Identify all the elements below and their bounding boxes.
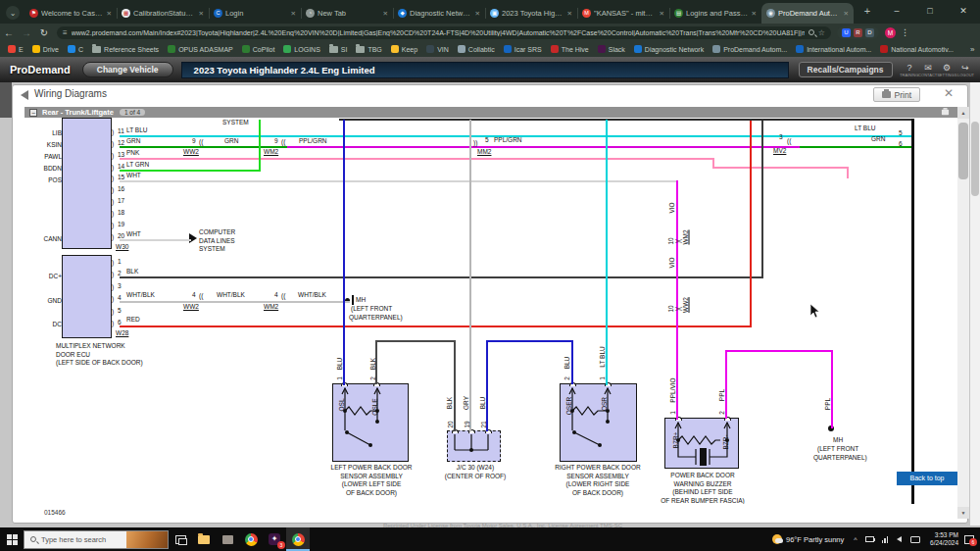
network-icon[interactable] <box>882 536 889 543</box>
tab-close-icon[interactable]: ✕ <box>199 10 204 18</box>
bookmark-item[interactable]: OPUS ADASMAP <box>168 45 233 53</box>
browser-tab[interactable]: ◔New Tab✕ <box>301 3 393 24</box>
new-tab-button[interactable]: + <box>859 4 875 20</box>
taskbar-search-input[interactable]: Type here to search <box>24 530 169 549</box>
site-info-icon[interactable]: ≡ <box>63 28 68 37</box>
change-vehicle-button[interactable]: Change Vehicle <box>82 62 173 77</box>
section-printer-icon[interactable] <box>942 110 949 116</box>
folder-icon <box>356 46 365 53</box>
bookmark-item[interactable]: Keep <box>391 45 417 53</box>
extension-icon[interactable]: D <box>865 28 874 37</box>
bookmark-item[interactable]: VIN <box>426 45 449 53</box>
bookmark-label: OPUS ADASMAP <box>178 46 233 53</box>
bookmark-item[interactable]: Icar SRS <box>504 45 542 53</box>
bookmark-item[interactable]: National Automotiv... <box>880 45 954 53</box>
bookmark-item[interactable]: Collabtic <box>458 45 495 53</box>
scroll-up-icon[interactable]: ▲ <box>957 107 969 119</box>
browser-tab[interactable]: ◉ProDemand Automot✕ <box>761 3 854 24</box>
notification-center-button[interactable]: 6 <box>964 535 974 544</box>
bookmark-item[interactable]: CoPilot <box>242 45 275 53</box>
address-bar[interactable]: ≡ www2.prodemand.com/Main/Index#2023|Toy… <box>57 26 831 39</box>
wire <box>847 167 849 178</box>
gear-icon: ⚙ <box>943 63 951 73</box>
battery-icon[interactable] <box>865 536 874 542</box>
tab-close-icon[interactable]: ✕ <box>660 10 664 18</box>
volume-icon[interactable] <box>897 536 902 542</box>
maximize-button[interactable]: □ <box>913 0 947 24</box>
bookmark-item[interactable]: The Hive <box>551 45 589 53</box>
tab-strip: ⚑Welcome to CashPro✕▦CalibrationStatus -… <box>24 0 854 24</box>
bookmark-item[interactable]: Slack <box>598 45 625 53</box>
diagram-section-bar[interactable]: − Rear - Trunk/Liftgate 1 of 4 <box>24 107 957 118</box>
app-button[interactable] <box>216 527 239 551</box>
extension-icon[interactable]: R <box>854 28 862 37</box>
settings-button[interactable]: ⚙ SETTINGS <box>938 63 956 77</box>
tab-close-icon[interactable]: ✕ <box>107 10 112 18</box>
bookmark-item[interactable]: E <box>8 45 24 53</box>
browser-menu-icon[interactable]: ⋮ <box>901 27 909 37</box>
back-to-top-button[interactable]: Back to top <box>897 472 957 485</box>
browser-tab[interactable]: ▤Logins and Password✕ <box>669 3 761 24</box>
diagram-canvas[interactable]: COMPUTER DATA LINES SYSTEM MULTIPLEX NET… <box>13 118 957 504</box>
pin-number: 20 <box>118 232 124 240</box>
search-icon[interactable] <box>808 29 814 35</box>
browser-tab[interactable]: ⚑Welcome to CashPro✕ <box>24 3 117 24</box>
bookmark-item[interactable]: International Autom... <box>796 45 871 53</box>
bookmark-item[interactable]: Diagnostic Network <box>634 45 704 53</box>
search-highlight-image[interactable] <box>126 530 168 549</box>
bookmark-item[interactable]: Reference Sheets <box>92 46 159 53</box>
logout-button[interactable]: ↪ LOGOUT <box>956 63 975 77</box>
diagram-scrollbar[interactable]: ▲ ▼ <box>957 107 969 519</box>
bookmarks-strip: EDriveCReference SheetsOPUS ADASMAPCoPil… <box>8 45 962 53</box>
back-icon[interactable]: ← <box>0 27 18 38</box>
tab-close-icon[interactable]: ✕ <box>475 10 480 18</box>
scroll-down-icon[interactable]: ▼ <box>957 507 969 519</box>
profile-avatar[interactable]: M <box>885 27 896 38</box>
bookmark-item[interactable]: SI <box>329 46 348 53</box>
tab-search-button[interactable]: ⌄ <box>6 6 20 20</box>
bookmark-item[interactable]: ProDemand Autom... <box>712 45 787 53</box>
browser-tab[interactable]: M"KANSAS" - mitchel.n✕ <box>577 3 669 24</box>
tray-expand-icon[interactable]: ^ <box>854 536 857 543</box>
recalls-campaigns-button[interactable]: Recalls/Campaigns <box>799 62 893 77</box>
training-button[interactable]: ? TRAINING <box>901 63 919 77</box>
start-button[interactable] <box>0 527 24 551</box>
task-view-button[interactable] <box>169 527 192 551</box>
print-button[interactable]: Print <box>873 87 920 102</box>
chrome-active-button[interactable] <box>286 527 310 551</box>
collapse-icon[interactable]: − <box>29 109 37 117</box>
chrome-button[interactable] <box>239 527 263 551</box>
weather-widget[interactable]: 96°F Partly sunny <box>772 534 844 544</box>
tab-close-icon[interactable]: ✕ <box>567 10 572 18</box>
browser-tab[interactable]: ◆Diagnostic Network✕ <box>393 3 485 24</box>
bookmark-item[interactable]: C <box>68 45 83 53</box>
tab-close-icon[interactable]: ✕ <box>383 10 388 18</box>
touch-keyboard-icon[interactable] <box>910 536 920 543</box>
bookmarks-overflow-icon[interactable]: » <box>970 45 974 54</box>
file-explorer-button[interactable] <box>192 527 216 551</box>
tab-close-icon[interactable]: ✕ <box>291 10 296 18</box>
tab-close-icon[interactable]: ✕ <box>844 10 849 18</box>
minimize-button[interactable]: – <box>880 0 913 24</box>
contact-button[interactable]: ✉ CONTACT <box>919 63 938 77</box>
tab-close-icon[interactable]: ✕ <box>752 10 757 18</box>
slack-button[interactable]: ✦ 3 <box>263 527 286 551</box>
extension-icon[interactable]: U <box>842 28 851 37</box>
taskbar-clock[interactable]: 3:53 PM 6/24/2024 <box>930 531 958 547</box>
scrollbar-thumb[interactable] <box>958 123 968 179</box>
forward-icon[interactable]: → <box>18 27 35 38</box>
bookmark-item[interactable]: TBG <box>356 46 381 53</box>
bookmark-item[interactable]: LOGINS <box>283 45 319 53</box>
page-scrollbar[interactable] <box>970 82 980 526</box>
bookmark-item[interactable]: Drive <box>32 45 59 53</box>
back-arrow-icon[interactable] <box>21 90 28 100</box>
reload-icon[interactable]: ↻ <box>35 27 53 38</box>
wire-label: LIB <box>17 129 62 137</box>
page-scrollbar-thumb[interactable] <box>971 122 979 196</box>
browser-tab[interactable]: ▦CalibrationStatus - cali✕ <box>117 3 209 24</box>
browser-tab[interactable]: ▣2023 Toyota Highlan✕ <box>485 3 577 24</box>
close-button[interactable]: ✕ <box>947 0 980 24</box>
bookmark-star-icon[interactable]: ☆ <box>818 28 825 37</box>
browser-tab[interactable]: CLogin✕ <box>209 3 301 24</box>
close-panel-icon[interactable]: ✕ <box>944 86 954 100</box>
